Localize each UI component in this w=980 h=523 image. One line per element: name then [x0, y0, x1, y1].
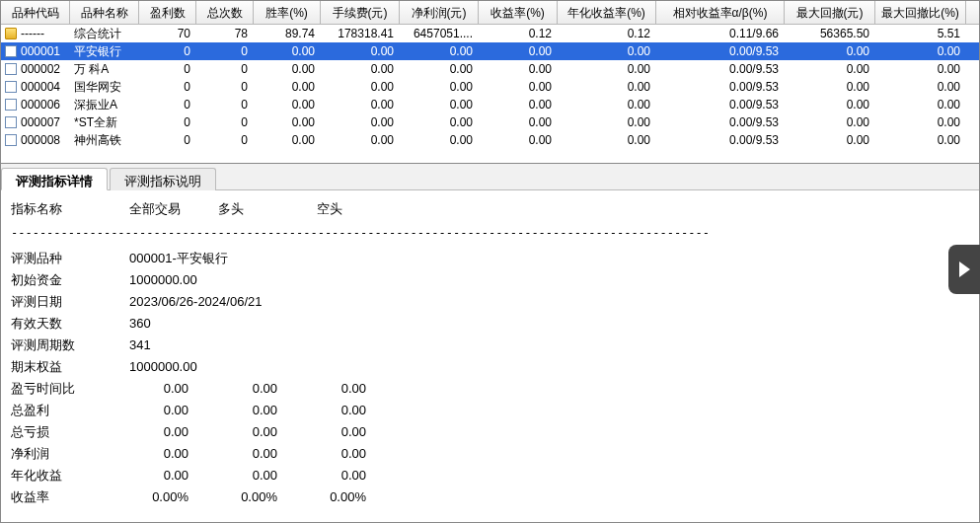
document-icon: [5, 116, 17, 128]
table-row[interactable]: 000004国华网安000.000.000.000.000.000.00/9.5…: [1, 78, 979, 96]
cell-alphabeta: 0.00/9.53: [656, 131, 785, 149]
col-header-return[interactable]: 收益率(%): [479, 1, 558, 24]
cell-winrate: 0.00: [254, 96, 321, 113]
label-annual-return: 年化收益: [11, 465, 129, 486]
col-header-winrate[interactable]: 胜率(%): [254, 1, 321, 24]
cell-name: 国华网安: [70, 78, 139, 96]
cell-fee: 0.00: [321, 113, 400, 131]
cell-return: 0.12: [479, 25, 558, 42]
cell-annualreturn: 0.00: [558, 78, 656, 96]
cell-name: 平安银行: [70, 42, 139, 60]
label-pl-time-ratio: 盈亏时间比: [11, 378, 129, 400]
cell-total-count: 0: [196, 113, 254, 131]
value-net-profit-short: 0.00: [307, 443, 396, 465]
table-row[interactable]: 000008神州高铁000.000.000.000.000.000.00/9.5…: [1, 131, 979, 149]
cell-netprofit: 0.00: [400, 113, 479, 131]
cell-return: 0.00: [479, 60, 558, 78]
row-eval-date: 评测日期 2023/06/26-2024/06/21: [11, 291, 969, 313]
cell-netprofit: 0.00: [400, 96, 479, 113]
cell-name: 深振业A: [70, 96, 139, 113]
cell-maxdd: 0.00: [785, 113, 875, 131]
cell-maxdd: 0.00: [785, 42, 875, 60]
expand-right-button[interactable]: [948, 245, 980, 294]
document-icon: [5, 45, 17, 57]
cell-code: 000004: [1, 78, 70, 96]
cell-profit-count: 0: [139, 42, 196, 60]
cell-annualreturn: 0.00: [558, 60, 656, 78]
table-row[interactable]: 000002万 科A000.000.000.000.000.000.00/9.5…: [1, 60, 979, 78]
table-row[interactable]: 000006深振业A000.000.000.000.000.000.00/9.5…: [1, 96, 979, 113]
cell-total-count: 0: [196, 42, 254, 60]
cell-alphabeta: 0.00/9.53: [656, 42, 785, 60]
label-instrument: 评测品种: [11, 248, 129, 269]
value-total-loss-all: 0.00: [129, 421, 218, 443]
value-net-profit-long: 0.00: [218, 443, 307, 465]
col-header-maxdd[interactable]: 最大回撤(元): [785, 1, 875, 24]
col-header-maxddpct[interactable]: 最大回撤比(%): [875, 1, 966, 24]
cell-maxdd: 0.00: [785, 78, 875, 96]
col-header-total-count[interactable]: 总次数: [196, 1, 254, 24]
cell-total-count: 0: [196, 78, 254, 96]
col-header-annualreturn[interactable]: 年化收益率(%): [558, 1, 656, 24]
document-icon: [5, 81, 17, 93]
value-total-loss-short: 0.00: [307, 421, 396, 443]
detail-panel: 评测指标详情 评测指标说明 指标名称 全部交易 多头 空头 ----------…: [0, 164, 980, 523]
cell-fee: 0.00: [321, 131, 400, 149]
cell-annualreturn: 0.12: [558, 25, 656, 42]
value-valid-days: 360: [129, 313, 151, 335]
cell-fee: 0.00: [321, 96, 400, 113]
cell-code: 000001: [1, 42, 70, 60]
value-total-profit-all: 0.00: [129, 400, 218, 421]
cell-return: 0.00: [479, 96, 558, 113]
label-total-profit: 总盈利: [11, 400, 129, 421]
value-eval-periods: 341: [129, 335, 151, 356]
col-header-fee[interactable]: 手续费(元): [321, 1, 400, 24]
cell-total-count: 0: [196, 96, 254, 113]
cell-profit-count: 0: [139, 131, 196, 149]
cell-profit-count: 0: [139, 96, 196, 113]
col-header-netprofit[interactable]: 净利润(元): [400, 1, 479, 24]
tab-indicator-detail[interactable]: 评测指标详情: [1, 168, 108, 190]
document-icon: [5, 63, 17, 75]
cell-total-count: 0: [196, 60, 254, 78]
cell-netprofit: 0.00: [400, 131, 479, 149]
cell-name: 万 科A: [70, 60, 139, 78]
detail-area[interactable]: 指标名称 全部交易 多头 空头 ------------------------…: [1, 190, 979, 522]
tab-indicator-explain[interactable]: 评测指标说明: [110, 168, 216, 190]
cell-netprofit: 0.00: [400, 42, 479, 60]
cell-fee: 0.00: [321, 60, 400, 78]
table-row[interactable]: ------综合统计707889.74178318.416457051....0…: [1, 25, 979, 42]
label-initial-capital: 初始资金: [11, 269, 129, 291]
grid-body[interactable]: ------综合统计707889.74178318.416457051....0…: [1, 25, 979, 163]
value-pl-time-all: 0.00: [129, 378, 218, 400]
cell-name: *ST全新: [70, 113, 139, 131]
cell-return: 0.00: [479, 113, 558, 131]
cell-maxdd: 56365.50: [785, 25, 875, 42]
value-pl-time-long: 0.00: [218, 378, 307, 400]
table-row[interactable]: 000001平安银行000.000.000.000.000.000.00/9.5…: [1, 42, 979, 60]
row-valid-days: 有效天数 360: [11, 313, 969, 335]
col-header-alphabeta[interactable]: 相对收益率α/β(%): [656, 1, 785, 24]
value-annual-return-short: 0.00: [307, 465, 396, 486]
cell-name: 神州高铁: [70, 131, 139, 149]
cell-profit-count: 0: [139, 78, 196, 96]
row-initial-capital: 初始资金 1000000.00: [11, 269, 969, 291]
cell-profit-count: 0: [139, 60, 196, 78]
cell-code: 000008: [1, 131, 70, 149]
col-header-code[interactable]: 品种代码: [1, 1, 70, 24]
play-right-icon: [959, 262, 970, 277]
row-total-profit: 总盈利 0.00 0.00 0.00: [11, 400, 969, 421]
cell-winrate: 89.74: [254, 25, 321, 42]
value-return-rate-short: 0.00%: [307, 486, 396, 508]
cell-annualreturn: 0.00: [558, 131, 656, 149]
cell-maxdd: 0.00: [785, 96, 875, 113]
col-header-name[interactable]: 品种名称: [70, 1, 139, 24]
value-initial-capital: 1000000.00: [129, 269, 197, 291]
table-row[interactable]: 000007*ST全新000.000.000.000.000.000.00/9.…: [1, 113, 979, 131]
cell-winrate: 0.00: [254, 42, 321, 60]
detail-head-all: 全部交易: [129, 198, 218, 220]
cell-maxddpct: 5.51: [875, 25, 966, 42]
cell-maxddpct: 0.00: [875, 96, 966, 113]
col-header-profit-count[interactable]: 盈利数: [139, 1, 196, 24]
cell-alphabeta: 0.00/9.53: [656, 113, 785, 131]
